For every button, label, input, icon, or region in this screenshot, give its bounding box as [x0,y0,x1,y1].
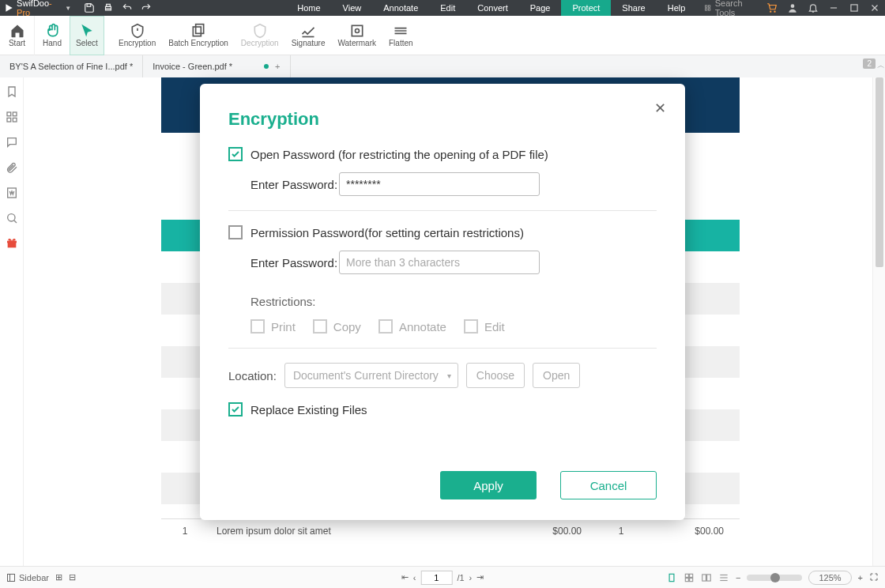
restriction-checkbox[interactable] [464,319,478,334]
svg-rect-29 [685,574,688,577]
menu-share[interactable]: Share [611,0,656,16]
print-icon[interactable] [103,2,114,13]
titlebar: SwifDoo-Pro ▼ HomeViewAnnotateEditConver… [0,0,885,16]
redo-icon[interactable] [141,2,152,13]
svg-rect-26 [8,574,15,581]
zoom-in-icon[interactable]: + [858,573,863,582]
close-window-icon[interactable] [869,2,880,13]
tab-counter[interactable]: 2 [863,58,876,69]
open-password-input[interactable] [339,172,540,196]
svg-point-16 [355,29,359,33]
svg-rect-31 [685,578,688,581]
menu-edit[interactable]: Edit [429,0,466,16]
menu-annotate[interactable]: Annotate [372,0,429,16]
prev-page-icon[interactable]: ‹ [413,573,416,582]
restrictions-group: PrintCopyAnnotateEdit [250,319,657,334]
save-icon[interactable] [84,2,95,13]
restriction-checkbox[interactable] [313,319,327,334]
open-password-label: Open Password (for restricting the openi… [250,148,548,161]
permission-password-input[interactable] [339,251,540,274]
sidebar-toggle-icon[interactable]: Sidebar [6,573,49,582]
close-icon[interactable]: ✕ [654,100,666,117]
cart-icon[interactable] [766,2,778,13]
svg-rect-32 [690,578,693,581]
start-button[interactable]: Start [0,16,35,55]
menu-help[interactable]: Help [657,0,697,16]
search-tools[interactable]: Search Tools [704,0,762,17]
replace-files-label: Replace Existing Files [250,403,367,416]
svg-rect-2 [706,6,707,7]
page-input[interactable] [420,571,452,585]
view-two-icon[interactable] [701,572,712,583]
view-single-icon[interactable] [666,572,677,583]
svg-rect-33 [702,574,706,580]
restriction-annotate[interactable]: Annotate [378,319,446,334]
undo-icon[interactable] [122,2,133,13]
svg-point-8 [791,4,795,8]
flatten-button[interactable]: Flatten [382,16,420,55]
tab-doc1[interactable]: BY'S A Selection of Fine I...pdf * [0,55,143,77]
ribbon-toolbar: Start Hand Select Encryption Batch Encry… [0,16,885,55]
svg-rect-28 [669,574,674,581]
maximize-icon[interactable] [849,2,860,13]
menu-home[interactable]: Home [286,0,331,16]
restriction-checkbox[interactable] [250,319,265,334]
fullscreen-icon[interactable] [869,572,879,583]
next-page-icon[interactable]: › [469,573,473,582]
select-button[interactable]: Select [70,16,104,55]
zoom-slider[interactable] [747,575,802,581]
restriction-copy[interactable]: Copy [313,319,361,334]
restriction-edit[interactable]: Edit [464,319,505,334]
enter-password-label: Enter Password: [250,178,339,191]
restriction-print[interactable]: Print [250,319,296,334]
add-tab-icon[interactable]: + [275,62,280,71]
zoom-value[interactable]: 125% [808,571,851,585]
svg-rect-30 [690,574,693,577]
zoom-out-icon[interactable]: − [736,573,740,582]
open-button[interactable]: Open [533,363,580,388]
encryption-button[interactable]: Encryption [112,16,162,55]
permission-password-checkbox[interactable] [228,225,243,239]
watermark-button[interactable]: Watermark [331,16,382,55]
user-icon[interactable] [787,2,798,13]
location-select[interactable]: Document's Current Directory [284,363,458,388]
decryption-button: Decryption [235,16,285,55]
permission-password-label: Permission Password(for setting certain … [250,226,524,239]
svg-rect-4 [706,9,707,10]
bell-icon[interactable] [808,2,819,13]
expand-icon[interactable]: ⊞ [55,572,62,582]
tab-strip: BY'S A Selection of Fine I...pdf * Invoi… [0,55,885,77]
menu-convert[interactable]: Convert [466,0,519,16]
titlebar-right [762,2,885,13]
dialog-title: Encryption [228,109,657,130]
app-dropdown-icon[interactable]: ▼ [65,5,71,12]
apply-button[interactable]: Apply [440,471,537,499]
minimize-icon[interactable] [828,2,839,13]
chevron-up-icon[interactable]: ︿ [877,60,885,71]
svg-rect-5 [709,9,710,10]
modal-overlay: ✕ Encryption Open Password (for restrict… [0,77,885,544]
batch-encryption-button[interactable]: Batch Encryption [162,16,235,55]
view-grid-icon[interactable] [684,572,695,583]
enter-password-label-2: Enter Password: [250,256,339,270]
signature-button[interactable]: Signature [285,16,332,55]
open-password-checkbox[interactable] [228,147,243,161]
quick-access [84,2,152,13]
menu-page[interactable]: Page [519,0,562,16]
svg-point-7 [774,11,775,12]
hand-button[interactable]: Hand [35,16,70,55]
first-page-icon[interactable]: ⇤ [401,572,409,582]
cancel-button[interactable]: Cancel [560,471,657,499]
restriction-checkbox[interactable] [378,319,393,334]
tab-doc2[interactable]: Invoice - Green.pdf *+ [143,55,290,77]
collapse-icon[interactable]: ⊟ [69,572,76,582]
replace-files-checkbox[interactable] [228,402,243,416]
choose-button[interactable]: Choose [466,363,525,388]
view-continuous-icon[interactable] [718,572,729,583]
menu-protect[interactable]: Protect [561,0,611,16]
encryption-dialog: ✕ Encryption Open Password (for restrict… [200,84,685,520]
last-page-icon[interactable]: ⇥ [476,572,484,582]
menu-view[interactable]: View [332,0,373,16]
tab-modified-dot [264,64,269,69]
svg-rect-15 [352,25,362,36]
